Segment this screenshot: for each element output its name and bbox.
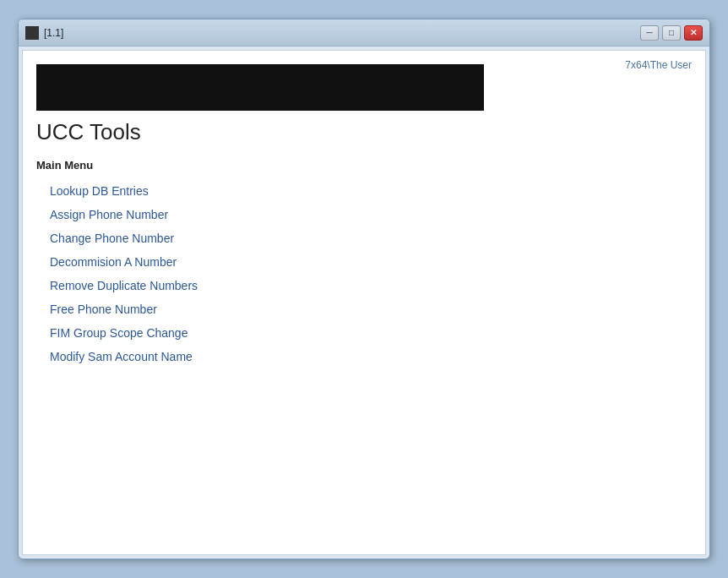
list-item: Lookup DB Entries	[50, 183, 692, 199]
list-item: Modify Sam Account Name	[50, 349, 692, 364]
title-bar-text: [1.1]	[44, 27, 640, 39]
user-info: 7x64\The User	[625, 59, 692, 71]
menu-item-assign-phone[interactable]: Assign Phone Number	[50, 208, 168, 221]
title-bar: [1.1] ─ □ ✕	[19, 19, 709, 46]
maximize-button[interactable]: □	[662, 25, 681, 41]
list-item: Change Phone Number	[50, 231, 692, 246]
menu-item-lookup-db[interactable]: Lookup DB Entries	[50, 184, 149, 198]
menu-item-change-phone[interactable]: Change Phone Number	[50, 232, 174, 245]
menu-item-free-phone[interactable]: Free Phone Number	[50, 303, 157, 316]
window-controls: ─ □ ✕	[640, 25, 703, 41]
menu-label: Main Menu	[36, 159, 692, 172]
list-item: Decommision A Number	[50, 254, 692, 270]
close-button[interactable]: ✕	[684, 25, 703, 41]
minimize-button[interactable]: ─	[640, 25, 659, 41]
main-menu: Lookup DB EntriesAssign Phone NumberChan…	[36, 183, 692, 364]
list-item: Remove Duplicate Numbers	[50, 278, 692, 293]
header-banner	[36, 64, 484, 111]
app-title: UCC Tools	[36, 119, 692, 145]
list-item: Assign Phone Number	[50, 207, 692, 222]
app-icon	[25, 26, 39, 40]
menu-item-modify-sam[interactable]: Modify Sam Account Name	[50, 350, 193, 363]
menu-item-fim-group[interactable]: FIM Group Scope Change	[50, 326, 187, 340]
list-item: Free Phone Number	[50, 302, 692, 317]
menu-item-decommission[interactable]: Decommision A Number	[50, 255, 177, 269]
menu-item-remove-duplicate[interactable]: Remove Duplicate Numbers	[50, 279, 198, 292]
main-window: [1.1] ─ □ ✕ 7x64\The User UCC Tools Main…	[18, 19, 710, 559]
list-item: FIM Group Scope Change	[50, 325, 692, 341]
content-area: 7x64\The User UCC Tools Main Menu Lookup…	[22, 50, 706, 555]
